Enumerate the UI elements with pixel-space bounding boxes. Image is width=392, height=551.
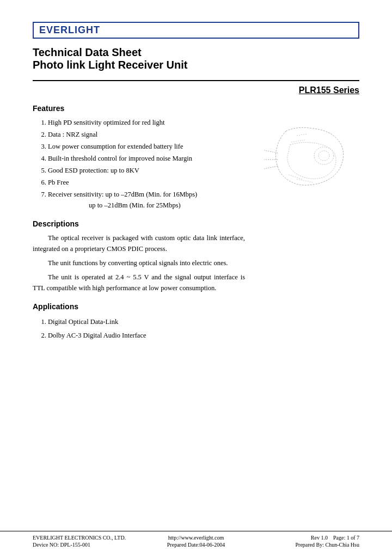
svg-line-0 (264, 150, 278, 153)
page: EVERLIGHT Technical Data Sheet Photo lin… (0, 0, 392, 551)
footer-row-2: Device NO: DPL-155-001 Prepared Date:04-… (33, 542, 359, 548)
logo-box: EVERLIGHT (33, 22, 359, 39)
list-item: Good ESD protection: up to 8KV (48, 165, 245, 176)
svg-line-2 (264, 166, 278, 169)
footer-company: EVERLIGHT ELECTRONICS CO., LTD. (33, 535, 142, 541)
desc-para-1: The optical receiver is packaged with cu… (33, 232, 245, 254)
footer-rev: Rev 1.0 Page: 1 of 7 (250, 535, 359, 541)
footer-website: http://www.everlight.com (142, 535, 250, 541)
device-illustration (250, 104, 359, 351)
svg-line-6 (291, 140, 305, 142)
footer-device-no: Device NO: DPL-155-001 (33, 542, 142, 548)
applications-heading: Applications (33, 302, 245, 311)
descriptions-section: Descriptions The optical receiver is pac… (33, 219, 245, 293)
list-item: Built-in threshold control for improved … (48, 153, 245, 164)
features-heading: Features (33, 104, 245, 113)
series-label: PLR155 Series (33, 85, 359, 95)
svg-point-3 (314, 147, 334, 164)
footer-date: Prepared Date:04-06-2004 (142, 542, 250, 548)
device-svg (253, 115, 357, 202)
svg-point-4 (318, 151, 329, 161)
desc-para-2: The unit functions by converting optical… (33, 258, 245, 268)
list-item: Pb Free (48, 177, 245, 188)
features-list: High PD sensitivity optimized for red li… (33, 117, 245, 211)
list-item: Low power consumption for extended batte… (48, 141, 245, 152)
logo-text: EVERLIGHT (39, 25, 100, 35)
footer: EVERLIGHT ELECTRONICS CO., LTD. http://w… (0, 531, 392, 551)
svg-line-8 (297, 179, 313, 182)
title-block: Technical Data Sheet Photo link Light Re… (33, 46, 359, 71)
list-item: Receiver sensitivity: up to –27dBm (Min.… (48, 189, 245, 211)
list-item: High PD sensitivity optimized for red li… (48, 117, 245, 128)
svg-line-5 (297, 134, 308, 136)
list-item: Digital Optical Data-Link (48, 315, 245, 329)
descriptions-heading: Descriptions (33, 219, 245, 228)
desc-para-3: The unit is operated at 2.4 ~ 5.5 V and … (33, 272, 245, 293)
list-item: Data : NRZ signal (48, 129, 245, 140)
left-content: Features High PD sensitivity optimized f… (33, 104, 245, 351)
footer-row-1: EVERLIGHT ELECTRONICS CO., LTD. http://w… (33, 535, 359, 541)
title-line2: Photo link Light Receiver Unit (33, 59, 359, 71)
app-list: Digital Optical Data-Link Dolby AC-3 Dig… (33, 315, 245, 342)
title-line1: Technical Data Sheet (33, 46, 359, 59)
features-section: Features High PD sensitivity optimized f… (33, 104, 245, 211)
divider (33, 80, 359, 81)
list-item: Dolby AC-3 Digital Audio Interface (48, 329, 245, 342)
content-area: Features High PD sensitivity optimized f… (33, 104, 359, 351)
svg-line-7 (289, 175, 302, 179)
footer-prepared-by: Prepared By: Chun-Chia Hsu (250, 542, 359, 548)
applications-section: Applications Digital Optical Data-Link D… (33, 302, 245, 342)
